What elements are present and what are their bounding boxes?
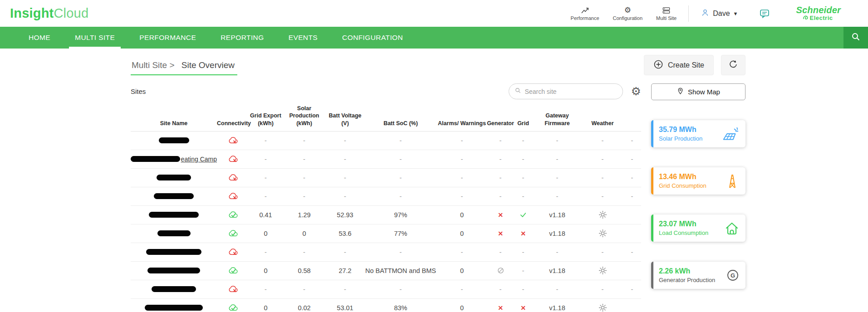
cell-generator-status: -	[487, 249, 514, 256]
cell-gateway-firmware: v1.18	[532, 304, 582, 312]
cell-batt-soc: 77%	[364, 230, 437, 237]
cell-site-name[interactable]	[131, 230, 217, 236]
table-row: ----------	[131, 187, 641, 206]
cell-connectivity-connected-cloud-icon	[217, 211, 249, 219]
cell-site-name[interactable]	[131, 175, 217, 180]
quicklink-performance[interactable]: Performance	[571, 6, 599, 21]
cell-site-name[interactable]	[131, 286, 217, 292]
cell-batt-voltage: 53.01	[326, 304, 364, 312]
summary-card-grid-consumption[interactable]: 13.46 MWh Grid Consumption	[651, 167, 745, 195]
cell-generator-status: ✕	[487, 304, 514, 312]
cell-site-name[interactable]	[131, 137, 217, 143]
cell-site-name[interactable]: eating Camp	[131, 156, 217, 163]
app-logo[interactable]: InsightCloud	[10, 6, 88, 21]
table-body: ----------eating Camp-------------------…	[131, 132, 641, 312]
cell-site-name[interactable]	[131, 305, 217, 311]
create-site-label: Create Site	[668, 61, 704, 69]
sites-panel: Sites ⚙ Site NameConnectivityGrid Export…	[131, 83, 641, 312]
cell-batt-soc: 97%	[364, 211, 437, 219]
cell-grid-status: -	[514, 286, 532, 293]
cell-weather: -	[582, 137, 623, 144]
card-label: Generator Production	[659, 277, 715, 283]
card-value: 35.79 MWh	[659, 126, 702, 134]
nav-item-events[interactable]: EVENTS	[276, 27, 330, 49]
show-map-label: Show Map	[688, 88, 720, 96]
quicklink-multi-site[interactable]: Multi Site	[656, 6, 677, 21]
logo-light: Cloud	[54, 6, 88, 20]
nav-search-button[interactable]	[843, 27, 868, 49]
cell-alarms-warnings: 0	[437, 304, 487, 312]
cell-connectivity-disconnected-cloud-icon	[217, 248, 249, 256]
cell-generator-status: ✕	[487, 211, 514, 219]
cell-grid-export: 0	[249, 304, 283, 312]
table-row: ----------	[131, 280, 641, 299]
cell-grid-export: 0.41	[249, 211, 283, 219]
toolbar: Multi Site > Site Overview Create Site	[131, 55, 745, 75]
cell-grid-status: ✕	[514, 304, 532, 312]
cell-site-name[interactable]	[131, 268, 217, 273]
cell-batt-voltage: 53.6	[326, 230, 364, 237]
create-site-button[interactable]: Create Site	[644, 55, 714, 75]
cell-alarms-warnings: -	[437, 249, 487, 256]
cell-batt-voltage: -	[326, 193, 364, 200]
table-row: eating Camp----------	[131, 150, 641, 169]
cell-site-name[interactable]	[131, 249, 217, 255]
site-search-box	[509, 83, 623, 99]
breadcrumb-current[interactable]: Site Overview	[181, 60, 235, 70]
cell-connectivity-disconnected-cloud-icon	[217, 285, 249, 293]
user-icon	[701, 8, 710, 19]
search-icon	[515, 87, 521, 96]
topbar-right: Performance⚙ConfigurationMulti Site Dave…	[571, 5, 841, 22]
cell-batt-soc: -	[364, 156, 437, 163]
table-row: 0.411.2952.9397%0✕v1.18	[131, 206, 641, 224]
cell-weather-sun-icon	[582, 266, 623, 275]
cell-gateway-firmware: v1.18	[532, 211, 582, 219]
cell-batt-soc: -	[364, 137, 437, 144]
cell-grid-export: -	[249, 249, 283, 256]
table-settings-gear-icon[interactable]: ⚙	[631, 86, 641, 97]
cell-weather-sun-icon	[582, 303, 623, 312]
cell-gateway-firmware: -	[532, 156, 582, 163]
cell-alarms-warnings: -	[437, 286, 487, 293]
cell-solar-production: 0	[283, 230, 326, 237]
summary-card-solar-production[interactable]: 35.79 MWh Solar Production	[651, 120, 745, 147]
cell-solar-production: 0.58	[283, 267, 326, 274]
gear-icon: ⚙	[624, 6, 631, 15]
nav-item-configuration[interactable]: CONFIGURATION	[330, 27, 415, 49]
breadcrumb: Multi Site > Site Overview	[131, 58, 237, 75]
show-map-button[interactable]: Show Map	[651, 83, 745, 100]
cell-weather-sun-icon	[582, 210, 623, 219]
nav-item-multi-site[interactable]: MULTI SITE	[63, 27, 127, 49]
cell-gateway-firmware: v1.18	[532, 230, 582, 237]
column-header: Connectivity	[217, 120, 249, 127]
nav-item-reporting[interactable]: REPORTING	[208, 27, 276, 49]
site-search-input[interactable]	[525, 88, 617, 95]
refresh-button[interactable]	[721, 55, 745, 75]
summary-card-generator-production[interactable]: 2.26 kWh Generator Production G	[651, 262, 745, 289]
redacted-site-name	[146, 249, 201, 255]
cell-connectivity-connected-cloud-icon	[217, 229, 249, 237]
cell-batt-soc: No BATTMON and BMS	[364, 267, 437, 274]
cell-batt-soc: -	[364, 249, 437, 256]
column-header: Alarms/ Warnings	[437, 120, 487, 127]
column-header: Site Name	[131, 120, 217, 127]
cell-generator-status: -	[487, 193, 514, 200]
performance-icon	[581, 6, 589, 15]
cell-batt-voltage: 52.93	[326, 211, 364, 219]
nav-item-home[interactable]: HOME	[16, 27, 63, 49]
feedback-icon[interactable]	[759, 8, 770, 19]
summary-card-load-consumption[interactable]: 23.07 MWh Load Consumption	[651, 214, 745, 242]
user-menu[interactable]: Dave ▼	[701, 8, 738, 19]
cell-site-name[interactable]	[131, 212, 217, 218]
cell-grid-export: -	[249, 193, 283, 200]
cell-batt-soc: 83%	[364, 304, 437, 312]
cell-site-name[interactable]	[131, 193, 217, 199]
nav-items: HOMEMULTI SITEPERFORMANCEREPORTINGEVENTS…	[0, 27, 415, 49]
breadcrumb-parent[interactable]: Multi Site >	[132, 60, 175, 70]
quicklink-configuration[interactable]: ⚙Configuration	[613, 6, 642, 21]
nav-item-performance[interactable]: PERFORMANCE	[127, 27, 208, 49]
cell-batt-soc: -	[364, 193, 437, 200]
cell-grid-export: -	[249, 286, 283, 293]
site-name-link-fragment[interactable]: eating Camp	[181, 156, 217, 163]
toolbar-buttons: Create Site	[644, 55, 745, 75]
